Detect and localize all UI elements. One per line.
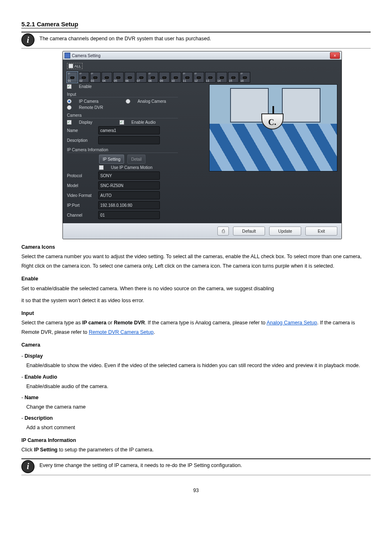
ip-camera-label: IP Camera: [79, 99, 99, 104]
camera-tile[interactable]: 05: [113, 72, 124, 83]
channel-label: Channel: [67, 213, 96, 217]
text-display: Enable/disable to show the video. Even i…: [21, 361, 360, 370]
bold-input: Input: [21, 310, 34, 316]
model-label: Model: [67, 183, 96, 188]
bold-name: Name: [25, 395, 39, 400]
update-button[interactable]: Update: [269, 227, 301, 236]
bold-camera-icons: Camera Icons: [21, 244, 55, 250]
bold-ipcam-info: IP Camera Information: [21, 437, 76, 443]
bold-description: Description: [25, 415, 53, 421]
video-format-value: AUTO: [98, 191, 160, 199]
link-analog-setup[interactable]: Analog Camera Setup: [267, 320, 317, 326]
camera-tile[interactable]: IP01: [67, 72, 78, 83]
camera-tile[interactable]: 13: [205, 72, 216, 83]
detail-button[interactable]: Detail: [127, 155, 145, 164]
text-enable-2: it so that the system won't detect it as…: [21, 296, 371, 305]
channel-value: 01: [98, 211, 160, 219]
camera-tile[interactable]: 07: [136, 72, 147, 83]
radio-remote-dvr[interactable]: [67, 105, 71, 110]
bold-enable-audio: Enable Audio: [25, 374, 57, 380]
exit-button[interactable]: Exit: [305, 227, 337, 236]
text-input-2: or: [106, 320, 114, 326]
ip-setting-button[interactable]: IP Setting: [99, 155, 124, 164]
camera-tile[interactable]: 14: [217, 72, 227, 83]
camera-tile[interactable]: IP03: [90, 72, 101, 83]
text-ipcam-1: Click: [21, 447, 34, 453]
camera-tile[interactable]: IP16: [240, 72, 250, 83]
enable-row[interactable]: Enable: [67, 84, 178, 89]
titlebar: Camera Setting ×: [63, 51, 341, 60]
name-input[interactable]: camera1: [98, 126, 160, 134]
text-name: Change the camera name: [21, 402, 86, 412]
text-ipcam-2: to setup the parameters of the IP camera…: [58, 447, 154, 453]
bold-remote-dvr: Remote DVR: [114, 320, 145, 326]
camera-tile[interactable]: IP11: [182, 72, 193, 83]
para-input: Input Select the camera type as IP camer…: [21, 309, 371, 337]
enable-audio-check-icon[interactable]: [120, 120, 124, 125]
info-callout-1: i The camera channels depend on the DVR …: [21, 33, 371, 46]
para-description: - Description Add a short comment: [21, 414, 371, 432]
para-camera-icons: Camera Icons Select the camera number yo…: [21, 243, 371, 271]
ipport-value: 192.168.0.106:80: [98, 201, 160, 209]
info-callout-2: i Every time change the setting of IP ca…: [21, 460, 371, 473]
bold-display: Display: [25, 353, 43, 359]
bold-ip-camera: IP camera: [82, 320, 106, 326]
section-heading: 5.2.1 Camera Setup: [21, 21, 78, 28]
use-motion-check-icon[interactable]: [99, 165, 104, 170]
para-camera-group: Camera: [21, 340, 371, 350]
camera-tile[interactable]: IP02: [78, 72, 89, 83]
window-title: Camera Setting: [72, 53, 100, 58]
info-icon: i: [21, 33, 35, 46]
camera-tile[interactable]: 10: [171, 72, 181, 83]
para-enable: Enable Set to enable/disable the selecte…: [21, 274, 371, 293]
all-check-icon: [69, 64, 73, 68]
camera-tile[interactable]: IP12: [194, 72, 204, 83]
enable-check-icon: [67, 84, 71, 89]
link-remote-dvr-setup[interactable]: Remote DVR Camera Setup: [89, 329, 154, 335]
description-label: Description: [67, 138, 96, 143]
description-input[interactable]: [98, 136, 160, 144]
app-icon: [65, 53, 70, 58]
sub-rule-1: [21, 48, 371, 49]
footer-button-bar: ⎙ Default Update Exit: [63, 223, 341, 239]
text-enable-1: Set to enable/disable the selected camer…: [21, 286, 274, 291]
para-name: - Name Change the camera name: [21, 393, 371, 412]
text-enable-audio: Enable/disable audio of the camera.: [21, 382, 108, 391]
printer-icon[interactable]: ⎙: [217, 227, 229, 236]
info-text-2: Every time change the setting of IP came…: [39, 460, 242, 469]
bold-enable: Enable: [21, 276, 38, 282]
use-motion-label: Use IP Camera Motion: [111, 165, 152, 170]
text-camera-icons: Select the camera number you want to adj…: [21, 254, 362, 269]
camera-tile[interactable]: IP08: [148, 72, 158, 83]
close-button[interactable]: ×: [330, 52, 340, 59]
enable-audio-label: Enable Audio: [131, 120, 156, 125]
all-label: ALL: [74, 64, 81, 68]
page-number: 93: [21, 488, 371, 493]
radio-analog-camera[interactable]: [126, 99, 130, 104]
camera-tile[interactable]: 15: [228, 72, 239, 83]
name-label: Name: [67, 128, 96, 133]
bold-camera-group: Camera: [21, 342, 40, 348]
camera-tile[interactable]: 09: [159, 72, 170, 83]
para-display: - Display Enable/disable to show the vid…: [21, 352, 371, 370]
all-checkbox[interactable]: ALL: [67, 63, 83, 69]
protocol-label: Protocol: [67, 173, 96, 178]
camera-icon-strip: IP01 IP02 IP03 04 05 06 07 IP08 09 10 IP…: [67, 72, 337, 83]
para-enable-audio: - Enable Audio Enable/disable audio of t…: [21, 372, 371, 391]
display-label: Display: [79, 120, 92, 125]
info-icon: i: [21, 460, 35, 473]
bold-ip-setting: IP Setting: [34, 447, 58, 453]
text-input-5: .: [154, 329, 155, 335]
camera-preview: C.: [209, 84, 337, 171]
sub-rule-2: [21, 475, 371, 475]
camera-tile[interactable]: 04: [101, 72, 112, 83]
text-description: Add a short comment: [21, 423, 75, 432]
display-check-icon[interactable]: [67, 120, 71, 125]
camera-tile[interactable]: 06: [125, 72, 135, 83]
model-value: SNC-RZ50N: [98, 181, 160, 190]
info-text-1: The camera channels depend on the DVR sy…: [39, 33, 211, 43]
radio-ip-camera[interactable]: [67, 99, 71, 104]
default-button[interactable]: Default: [233, 227, 265, 236]
text-input-3: . If the camera type is Analog camera, p…: [145, 320, 267, 326]
para-ipcam-info: IP Camera Information Click IP Setting t…: [21, 436, 371, 455]
